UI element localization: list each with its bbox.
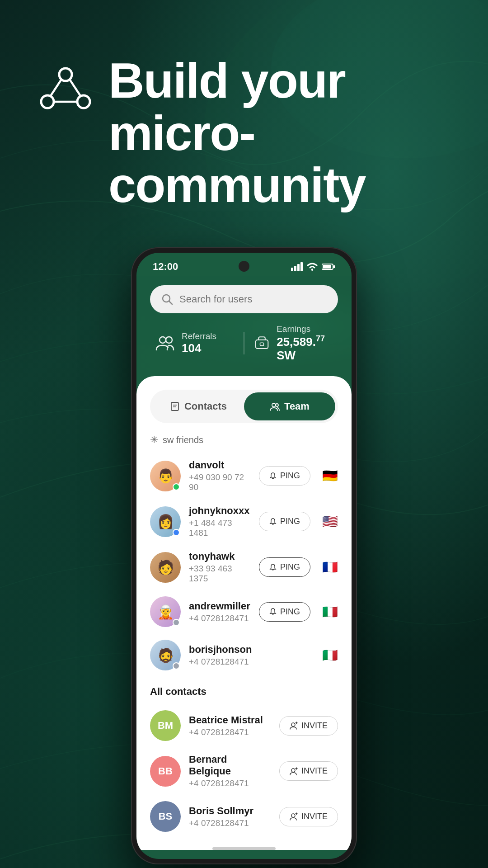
ping-button[interactable]: PING [259,512,310,531]
tabs-row: Contacts Team [150,390,338,423]
svg-point-12 [311,269,313,271]
person-add-icon [290,722,298,730]
ping-button[interactable]: PING [259,557,310,577]
invite-button[interactable]: INVITE [279,716,338,736]
person-add-icon [290,812,298,821]
phone-screen: 12:00 [136,253,352,859]
svg-point-19 [166,337,172,343]
list-item: BS Boris Sollmyr +4 0728128471 INV [136,795,352,838]
contacts-tab-icon [170,401,180,411]
online-indicator [173,662,180,670]
avatar: BS [150,801,181,832]
svg-point-18 [160,337,166,343]
phone-content: Contacts Team ✳ sw fr [136,376,352,850]
bell-icon [269,472,277,480]
person-add-icon [290,767,298,775]
avatar: 🧑 [150,552,181,583]
contact-info: Beatrice Mistral +4 0728128471 [189,714,271,737]
battery-icon [322,263,335,270]
earnings-text: Earnings 25,589.77 SW [277,324,333,363]
contact-info: Boris Sollmyr +4 0728128471 [189,805,271,828]
avatar: BB [150,756,181,787]
contact-phone: +4 0728128471 [189,613,251,623]
ping-button[interactable]: PING [259,466,310,486]
svg-point-26 [276,404,278,406]
tab-team[interactable]: Team [244,392,335,420]
avatar-wrapper: 🧝 [150,596,181,627]
hero-title: Build your micro-community [108,54,452,211]
tab-contacts[interactable]: Contacts [153,392,244,420]
contact-username: tonyhawk [189,551,251,562]
search-icon [161,293,173,305]
contact-info: Bernard Belgique +4 0728128471 [189,754,271,788]
referrals-text: Referrals 104 [182,331,216,355]
contact-name: Boris Sollmyr [189,805,271,817]
avatar-wrapper: 👩 [150,506,181,537]
team-tab-icon [270,401,280,411]
contact-username: danvolt [189,459,251,471]
home-indicator [212,847,276,850]
invite-button[interactable]: INVITE [279,761,338,781]
list-item: 👩 johnyknoxxx +1 484 473 1481 PING [136,499,352,544]
contact-phone: +4 0728128471 [189,778,271,788]
hero-title-line1: Build your [108,52,345,108]
earnings-stat: Earnings 25,589.77 SW [253,324,333,363]
svg-point-27 [291,723,295,726]
svg-line-5 [51,80,61,96]
all-contacts-label: All contacts [136,677,352,704]
avatar-wrapper: 🧑 [150,552,181,583]
wifi-icon [306,262,318,271]
bell-icon [269,564,277,571]
online-indicator [173,619,180,626]
svg-point-25 [272,403,276,407]
svg-point-30 [291,769,295,772]
search-bar[interactable] [150,285,338,313]
svg-rect-11 [300,262,303,271]
contact-phone: +4 0728128471 [189,657,252,667]
referrals-label: Referrals [182,331,216,341]
referrals-value: 104 [182,341,216,355]
invite-button[interactable]: INVITE [279,807,338,826]
referrals-stat: Referrals 104 [155,331,235,355]
avatar: BM [150,710,181,741]
svg-rect-14 [323,265,331,269]
contact-phone: +33 93 463 1375 [189,564,251,584]
phone-frame: 12:00 [131,247,357,865]
svg-point-3 [41,95,54,108]
svg-rect-15 [333,265,335,268]
signal-icon [291,262,303,271]
contact-info: tonyhawk +33 93 463 1375 [189,551,251,584]
camera-notch [239,261,249,272]
hero-title-line2: micro-community [108,105,366,213]
status-time: 12:00 [153,261,178,273]
svg-point-4 [77,95,90,108]
online-indicator [173,529,180,536]
country-flag: 🇫🇷 [322,560,338,575]
avatar-wrapper: 🧔 [150,640,181,670]
country-flag: 🇺🇸 [322,514,338,529]
contact-phone: +1 484 473 1481 [189,518,251,538]
svg-rect-9 [294,266,296,271]
svg-line-17 [169,301,172,304]
list-item: BM Beatrice Mistral +4 0728128471 [136,704,352,747]
phone-header: Referrals 104 Earnings [136,276,352,377]
bell-icon [269,518,277,525]
ping-button[interactable]: PING [259,602,310,622]
svg-rect-8 [291,268,293,271]
contact-info: borisjhonson +4 0728128471 [189,644,252,667]
status-icons [291,262,335,271]
stats-row: Referrals 104 Earnings [150,324,338,363]
contact-phone: +49 030 90 72 90 [189,472,251,492]
earnings-value: 25,589.77 SW [277,334,333,363]
contact-info: andrewmiller +4 0728128471 [189,600,251,623]
contact-phone: +4 0728128471 [189,727,271,737]
contact-username: borisjhonson [189,644,252,656]
contact-info: johnyknoxxx +1 484 473 1481 [189,505,251,538]
country-flag: 🇮🇹 [322,648,338,663]
contact-username: johnyknoxxx [189,505,251,517]
list-item: 👨 danvolt +49 030 90 72 90 PING [136,453,352,499]
contact-name: Beatrice Mistral [189,714,271,726]
search-input[interactable] [179,293,327,305]
contact-info: danvolt +49 030 90 72 90 [189,459,251,492]
list-item: 🧑 tonyhawk +33 93 463 1375 PING [136,544,352,590]
